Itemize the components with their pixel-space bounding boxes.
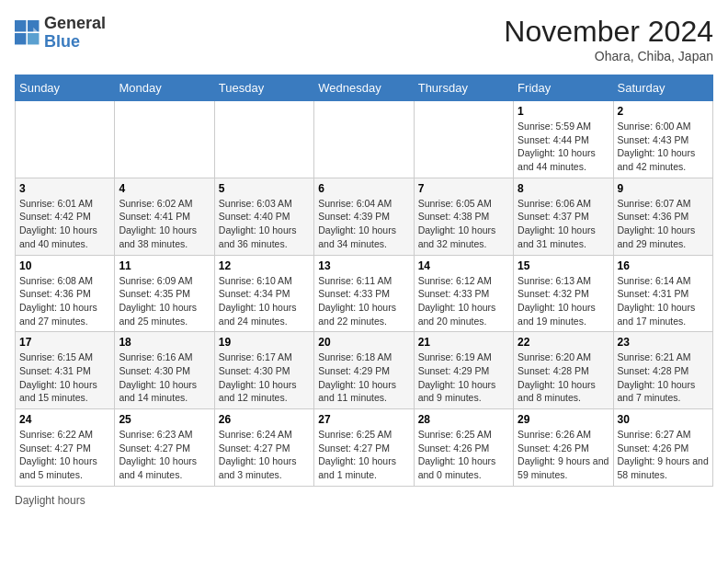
calendar-cell: 2Sunrise: 6:00 AMSunset: 4:43 PMDaylight… (613, 101, 712, 178)
day-number: 24 (19, 413, 110, 426)
month-title: November 2024 (504, 15, 713, 49)
page-header: General Blue November 2024 Ohara, Chiba,… (15, 15, 713, 63)
day-info: Sunrise: 6:18 AMSunset: 4:29 PMDaylight:… (318, 350, 409, 405)
svg-rect-2 (15, 33, 26, 44)
day-number: 3 (19, 182, 110, 195)
calendar-week-row: 3Sunrise: 6:01 AMSunset: 4:42 PMDaylight… (16, 178, 713, 255)
calendar-cell (16, 101, 115, 178)
day-info: Sunrise: 6:03 AMSunset: 4:40 PMDaylight:… (219, 197, 310, 251)
calendar-cell: 15Sunrise: 6:13 AMSunset: 4:32 PMDayligh… (514, 255, 613, 332)
day-number: 29 (518, 413, 609, 426)
day-info: Sunrise: 6:14 AMSunset: 4:31 PMDaylight:… (618, 274, 709, 328)
calendar-cell (115, 101, 214, 178)
calendar-dow-monday: Monday (115, 75, 214, 101)
calendar-cell: 9Sunrise: 6:07 AMSunset: 4:36 PMDaylight… (613, 178, 712, 255)
calendar-cell: 18Sunrise: 6:16 AMSunset: 4:30 PMDayligh… (115, 332, 214, 409)
calendar-cell: 3Sunrise: 6:01 AMSunset: 4:42 PMDaylight… (16, 178, 115, 255)
day-info: Sunrise: 6:11 AMSunset: 4:33 PMDaylight:… (318, 274, 409, 328)
day-info: Sunrise: 6:23 AMSunset: 4:27 PMDaylight:… (119, 428, 210, 482)
calendar-cell: 17Sunrise: 6:15 AMSunset: 4:31 PMDayligh… (16, 332, 115, 409)
logo-blue: Blue (44, 32, 80, 51)
day-number: 8 (518, 182, 609, 195)
logo-general: General (44, 14, 106, 32)
calendar-cell: 24Sunrise: 6:22 AMSunset: 4:27 PMDayligh… (16, 409, 115, 487)
svg-marker-3 (28, 33, 39, 44)
calendar-cell (414, 101, 513, 178)
day-number: 19 (219, 336, 310, 349)
day-number: 14 (418, 259, 509, 272)
calendar-cell: 30Sunrise: 6:27 AMSunset: 4:26 PMDayligh… (613, 409, 712, 487)
day-info: Sunrise: 6:10 AMSunset: 4:34 PMDaylight:… (219, 274, 310, 328)
day-info: Sunrise: 6:24 AMSunset: 4:27 PMDaylight:… (219, 428, 310, 482)
day-number: 15 (518, 259, 609, 272)
day-info: Sunrise: 6:07 AMSunset: 4:36 PMDaylight:… (618, 197, 709, 251)
day-number: 13 (318, 259, 409, 272)
day-info: Sunrise: 6:08 AMSunset: 4:36 PMDaylight:… (19, 274, 110, 328)
calendar-dow-wednesday: Wednesday (314, 75, 414, 101)
calendar-week-row: 24Sunrise: 6:22 AMSunset: 4:27 PMDayligh… (16, 409, 713, 487)
day-info: Sunrise: 6:00 AMSunset: 4:43 PMDaylight:… (618, 120, 709, 174)
day-number: 25 (119, 413, 210, 426)
calendar-cell: 29Sunrise: 6:26 AMSunset: 4:26 PMDayligh… (514, 409, 613, 487)
calendar-dow-friday: Friday (514, 75, 613, 101)
svg-rect-1 (28, 20, 39, 31)
calendar-cell: 4Sunrise: 6:02 AMSunset: 4:41 PMDaylight… (115, 178, 214, 255)
title-block: November 2024 Ohara, Chiba, Japan (504, 15, 713, 63)
day-number: 27 (318, 413, 409, 426)
day-number: 22 (518, 336, 609, 349)
day-info: Sunrise: 6:12 AMSunset: 4:33 PMDaylight:… (418, 274, 509, 328)
day-info: Sunrise: 6:27 AMSunset: 4:26 PMDaylight:… (618, 428, 709, 482)
day-info: Sunrise: 6:25 AMSunset: 4:27 PMDaylight:… (318, 428, 409, 482)
day-number: 17 (19, 336, 110, 349)
calendar-week-row: 17Sunrise: 6:15 AMSunset: 4:31 PMDayligh… (16, 332, 713, 409)
day-number: 1 (518, 105, 609, 118)
calendar-header-row: SundayMondayTuesdayWednesdayThursdayFrid… (16, 75, 713, 101)
day-number: 26 (219, 413, 310, 426)
calendar-cell: 10Sunrise: 6:08 AMSunset: 4:36 PMDayligh… (16, 255, 115, 332)
day-info: Sunrise: 6:22 AMSunset: 4:27 PMDaylight:… (19, 428, 110, 482)
general-blue-logo-icon (15, 20, 40, 46)
day-number: 18 (119, 336, 210, 349)
day-number: 9 (618, 182, 709, 195)
day-info: Sunrise: 6:17 AMSunset: 4:30 PMDaylight:… (219, 350, 310, 405)
day-number: 21 (418, 336, 509, 349)
calendar-dow-saturday: Saturday (613, 75, 712, 101)
calendar-cell: 8Sunrise: 6:06 AMSunset: 4:37 PMDaylight… (514, 178, 613, 255)
calendar-table: SundayMondayTuesdayWednesdayThursdayFrid… (15, 75, 713, 487)
calendar-cell: 5Sunrise: 6:03 AMSunset: 4:40 PMDaylight… (214, 178, 313, 255)
day-info: Sunrise: 6:15 AMSunset: 4:31 PMDaylight:… (19, 350, 110, 405)
day-number: 30 (618, 413, 709, 426)
day-info: Sunrise: 6:02 AMSunset: 4:41 PMDaylight:… (119, 197, 210, 251)
calendar-cell (314, 101, 414, 178)
calendar-cell: 21Sunrise: 6:19 AMSunset: 4:29 PMDayligh… (414, 332, 513, 409)
day-info: Sunrise: 6:04 AMSunset: 4:39 PMDaylight:… (318, 197, 409, 251)
day-number: 10 (19, 259, 110, 272)
day-info: Sunrise: 6:21 AMSunset: 4:28 PMDaylight:… (618, 350, 709, 405)
calendar-cell: 19Sunrise: 6:17 AMSunset: 4:30 PMDayligh… (214, 332, 313, 409)
day-info: Sunrise: 6:06 AMSunset: 4:37 PMDaylight:… (518, 197, 609, 251)
calendar-cell: 23Sunrise: 6:21 AMSunset: 4:28 PMDayligh… (613, 332, 712, 409)
svg-rect-0 (15, 20, 26, 31)
day-info: Sunrise: 6:16 AMSunset: 4:30 PMDaylight:… (119, 350, 210, 405)
day-info: Sunrise: 6:19 AMSunset: 4:29 PMDaylight:… (418, 350, 509, 405)
calendar-cell: 12Sunrise: 6:10 AMSunset: 4:34 PMDayligh… (214, 255, 313, 332)
calendar-cell (214, 101, 313, 178)
day-number: 2 (618, 105, 709, 118)
calendar-cell: 26Sunrise: 6:24 AMSunset: 4:27 PMDayligh… (214, 409, 313, 487)
calendar-dow-sunday: Sunday (16, 75, 115, 101)
day-info: Sunrise: 6:05 AMSunset: 4:38 PMDaylight:… (418, 197, 509, 251)
calendar-dow-thursday: Thursday (414, 75, 513, 101)
day-number: 16 (618, 259, 709, 272)
logo: General Blue (15, 15, 106, 52)
daylight-label: Daylight hours (15, 494, 85, 507)
calendar-cell: 28Sunrise: 6:25 AMSunset: 4:26 PMDayligh… (414, 409, 513, 487)
calendar-dow-tuesday: Tuesday (214, 75, 313, 101)
day-info: Sunrise: 6:09 AMSunset: 4:35 PMDaylight:… (119, 274, 210, 328)
calendar-week-row: 10Sunrise: 6:08 AMSunset: 4:36 PMDayligh… (16, 255, 713, 332)
calendar-cell: 13Sunrise: 6:11 AMSunset: 4:33 PMDayligh… (314, 255, 414, 332)
calendar-cell: 14Sunrise: 6:12 AMSunset: 4:33 PMDayligh… (414, 255, 513, 332)
day-info: Sunrise: 5:59 AMSunset: 4:44 PMDaylight:… (518, 120, 609, 174)
day-number: 5 (219, 182, 310, 195)
day-info: Sunrise: 6:25 AMSunset: 4:26 PMDaylight:… (418, 428, 509, 482)
calendar-cell: 25Sunrise: 6:23 AMSunset: 4:27 PMDayligh… (115, 409, 214, 487)
